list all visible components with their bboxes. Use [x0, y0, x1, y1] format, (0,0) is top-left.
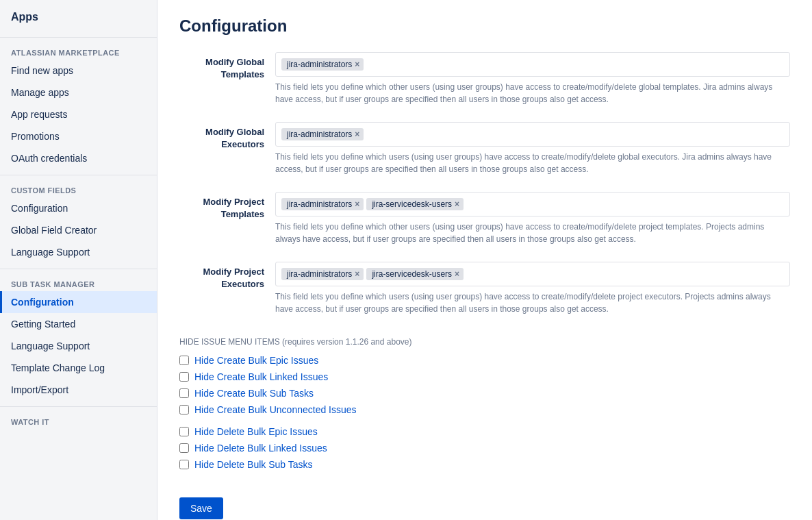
main-content: Configuration Modify GlobalTemplatesjira… — [157, 0, 812, 520]
sidebar-section-label: WATCH IT — [0, 412, 157, 429]
sidebar-section-label: ATLASSIAN MARKETPLACE — [0, 43, 157, 60]
tag-input-modify-global-templates[interactable]: jira-administrators × — [275, 52, 790, 77]
sidebar-item-import-export[interactable]: Import/Export — [0, 379, 157, 401]
hide-section-main-title: HIDE ISSUE MENU ITEMS — [179, 337, 282, 347]
sidebar-item-find-new-apps[interactable]: Find new apps — [0, 60, 157, 82]
tag-jira-servicedesk-users: jira-servicedesk-users × — [366, 268, 464, 280]
checkbox-hide-create-bulk-epic[interactable] — [179, 356, 189, 365]
checkbox-hide-create-bulk-linked[interactable] — [179, 372, 189, 382]
sidebar-divider — [0, 37, 157, 38]
sidebar-item-getting-started[interactable]: Getting Started — [0, 313, 157, 335]
sidebar-item-manage-apps[interactable]: Manage apps — [0, 82, 157, 103]
sidebar-divider — [0, 175, 157, 175]
config-row-modify-project-executors: Modify ProjectExecutorsjira-administrato… — [179, 262, 790, 315]
tag-jira-administrators: jira-administrators × — [281, 198, 364, 210]
checkbox-item-hide-create-bulk-linked[interactable]: Hide Create Bulk Linked Issues — [179, 371, 790, 382]
tag-jira-administrators: jira-administrators × — [281, 268, 364, 280]
sidebar-divider — [0, 406, 157, 407]
config-row-modify-global-templates: Modify GlobalTemplatesjira-administrator… — [179, 52, 790, 106]
config-row-label-modify-project-templates: Modify ProjectTemplates — [179, 192, 275, 221]
config-row-content-modify-project-executors: jira-administrators ×jira-servicedesk-us… — [275, 262, 790, 315]
tag-close-jira-administrators[interactable]: × — [355, 130, 359, 138]
tag-input-modify-project-executors[interactable]: jira-administrators ×jira-servicedesk-us… — [275, 262, 790, 286]
checkbox-item-hide-create-bulk-epic[interactable]: Hide Create Bulk Epic Issues — [179, 355, 790, 366]
tag-close-jira-administrators[interactable]: × — [355, 200, 359, 208]
checkbox-group-0: Hide Create Bulk Epic IssuesHide Create … — [179, 355, 790, 415]
checkbox-hide-create-bulk-sub[interactable] — [179, 388, 189, 398]
checkbox-item-hide-create-bulk-unconnected[interactable]: Hide Create Bulk Unconnected Issues — [179, 404, 790, 415]
sidebar-item-global-field-creator[interactable]: Global Field Creator — [0, 219, 157, 241]
sidebar-item-app-requests[interactable]: App requests — [0, 103, 157, 125]
checkbox-label-hide-delete-bulk-linked: Hide Delete Bulk Linked Issues — [194, 443, 327, 454]
tag-close-jira-administrators[interactable]: × — [355, 270, 359, 278]
checkbox-hide-create-bulk-unconnected[interactable] — [179, 405, 189, 414]
checkbox-label-hide-delete-bulk-sub: Hide Delete Bulk Sub Tasks — [194, 459, 313, 470]
hide-issue-section: HIDE ISSUE MENU ITEMS (requires version … — [179, 337, 790, 470]
config-description-modify-project-executors: This field lets you define which users (… — [275, 290, 790, 315]
config-row-label-modify-project-executors: Modify ProjectExecutors — [179, 262, 275, 290]
sidebar-item-sub-configuration[interactable]: Configuration — [0, 291, 157, 313]
tag-jira-servicedesk-users: jira-servicedesk-users × — [366, 198, 464, 210]
checkbox-hide-delete-bulk-sub[interactable] — [179, 460, 189, 469]
tag-close-jira-servicedesk-users[interactable]: × — [455, 270, 459, 278]
checkbox-item-hide-delete-bulk-sub[interactable]: Hide Delete Bulk Sub Tasks — [179, 459, 790, 470]
checkbox-hide-delete-bulk-linked[interactable] — [179, 443, 189, 453]
checkbox-label-hide-create-bulk-linked: Hide Create Bulk Linked Issues — [194, 371, 328, 382]
sidebar-item-language-support[interactable]: Language Support — [0, 335, 157, 357]
sidebar-item-custom-configuration[interactable]: Configuration — [0, 197, 157, 219]
sidebar-section-label: CUSTOM FIELDS — [0, 181, 157, 197]
config-row-modify-project-templates: Modify ProjectTemplatesjira-administrato… — [179, 192, 790, 245]
tag-jira-administrators: jira-administrators × — [281, 128, 364, 140]
sidebar-item-custom-language-support[interactable]: Language Support — [0, 241, 157, 263]
config-description-modify-global-templates: This field lets you define which other u… — [275, 81, 790, 106]
config-row-label-modify-global-templates: Modify GlobalTemplates — [179, 52, 275, 81]
checkbox-label-hide-create-bulk-sub: Hide Create Bulk Sub Tasks — [194, 388, 314, 399]
sidebar-item-template-change-log[interactable]: Template Change Log — [0, 357, 157, 379]
tag-close-jira-administrators[interactable]: × — [355, 60, 359, 69]
config-row-content-modify-project-templates: jira-administrators ×jira-servicedesk-us… — [275, 192, 790, 245]
tag-close-jira-servicedesk-users[interactable]: × — [455, 200, 459, 208]
sidebar-divider — [0, 269, 157, 269]
checkbox-item-hide-create-bulk-sub[interactable]: Hide Create Bulk Sub Tasks — [179, 388, 790, 399]
checkbox-group-1: Hide Delete Bulk Epic IssuesHide Delete … — [179, 426, 790, 470]
page-title: Configuration — [179, 16, 790, 36]
save-button[interactable]: Save — [179, 497, 223, 519]
checkbox-label-hide-delete-bulk-epic: Hide Delete Bulk Epic Issues — [194, 426, 318, 437]
checkbox-item-hide-delete-bulk-epic[interactable]: Hide Delete Bulk Epic Issues — [179, 426, 790, 437]
tag-input-modify-project-templates[interactable]: jira-administrators ×jira-servicedesk-us… — [275, 192, 790, 216]
sidebar: Apps ATLASSIAN MARKETPLACEFind new appsM… — [0, 0, 157, 520]
config-row-label-modify-global-executors: Modify GlobalExecutors — [179, 122, 275, 151]
config-section: Modify GlobalTemplatesjira-administrator… — [179, 52, 790, 315]
config-description-modify-project-templates: This field lets you define which other u… — [275, 221, 790, 245]
checkbox-item-hide-delete-bulk-linked[interactable]: Hide Delete Bulk Linked Issues — [179, 443, 790, 454]
config-row-content-modify-global-templates: jira-administrators ×This field lets you… — [275, 52, 790, 106]
sidebar-item-oauth-credentials[interactable]: OAuth credentials — [0, 147, 157, 169]
config-row-content-modify-global-executors: jira-administrators ×This field lets you… — [275, 122, 790, 175]
sidebar-item-promotions[interactable]: Promotions — [0, 125, 157, 147]
hide-section-subtitle: (requires version 1.1.26 and above) — [282, 337, 411, 347]
sidebar-section-label: SUB TASK MANAGER — [0, 275, 157, 291]
sidebar-app-title: Apps — [0, 0, 157, 32]
checkbox-groups: Hide Create Bulk Epic IssuesHide Create … — [179, 355, 790, 470]
config-row-modify-global-executors: Modify GlobalExecutorsjira-administrator… — [179, 122, 790, 175]
tag-jira-administrators: jira-administrators × — [281, 58, 364, 71]
checkbox-label-hide-create-bulk-epic: Hide Create Bulk Epic Issues — [194, 355, 318, 366]
hide-section-title: HIDE ISSUE MENU ITEMS (requires version … — [179, 337, 790, 347]
checkbox-label-hide-create-bulk-unconnected: Hide Create Bulk Unconnected Issues — [194, 404, 357, 415]
config-description-modify-global-executors: This field lets you define which users (… — [275, 151, 790, 175]
tag-input-modify-global-executors[interactable]: jira-administrators × — [275, 122, 790, 147]
checkbox-hide-delete-bulk-epic[interactable] — [179, 427, 189, 436]
